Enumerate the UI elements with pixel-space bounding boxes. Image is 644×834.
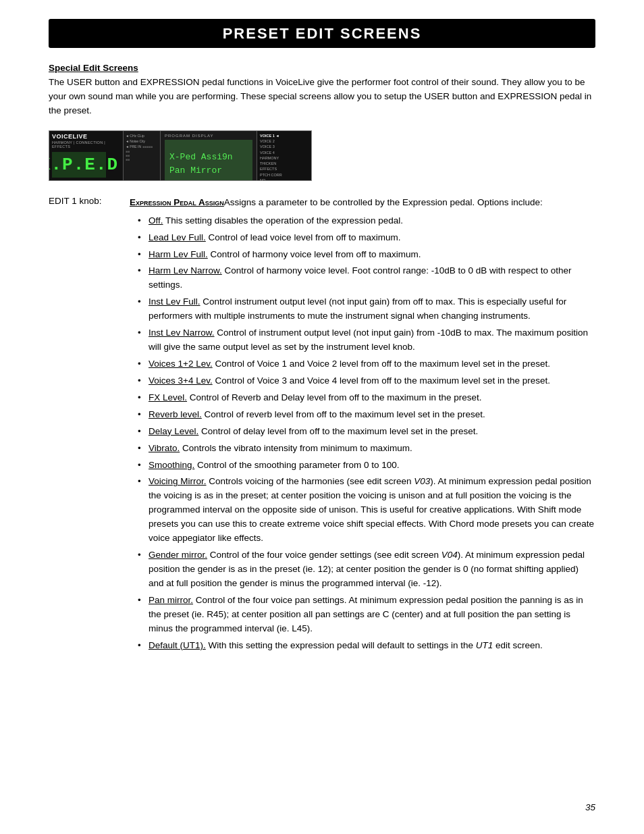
list-item: Voicing Mirror. Controls voicing of the … xyxy=(138,475,595,546)
intro-text: The USER button and EXPRESSION pedal fun… xyxy=(49,76,595,118)
list-item: Pan mirror. Control of the four voice pa… xyxy=(138,594,595,636)
list-item: Inst Lev Full. Control instrument output… xyxy=(138,295,595,323)
list-item: Vibrato. Controls the vibrato intensity … xyxy=(138,442,595,456)
prog-line2: Pan Mirror xyxy=(169,164,248,178)
list-item: Lead Lev Full. Control of lead voice lev… xyxy=(138,231,595,245)
bullet-term-5: Inst Lev Narrow. xyxy=(149,328,215,338)
list-item: Gender mirror. Control of the four voice… xyxy=(138,548,595,591)
bullet-term-2: Harm Lev Full. xyxy=(149,249,208,259)
bullet-term-8: FX Level. xyxy=(149,392,187,402)
device-right-panel: VOICE 1 ◄ VOICE 2 VOICE 3 VOICE 4 HARMON… xyxy=(257,131,311,181)
voice-3: VOICE 3 xyxy=(260,144,308,149)
voice-ptchcorr: PTCH CORR xyxy=(260,172,308,178)
voice-4: VOICE 4 xyxy=(260,150,308,155)
bullet-text-14: Control of the four voice gender setting… xyxy=(149,550,585,588)
bullet-term-10: Delay Level. xyxy=(149,426,198,436)
bullet-term-15: Pan mirror. xyxy=(149,595,193,605)
bullet-term-12: Smoothing. xyxy=(149,460,194,470)
bullet-term-16: Default (UT1). xyxy=(149,640,206,650)
list-item: Default (UT1). With this setting the exp… xyxy=(138,639,595,653)
xped-display: X.P.E.D xyxy=(52,152,106,178)
voice-list: VOICE 1 ◄ VOICE 2 VOICE 3 VOICE 4 HARMON… xyxy=(260,133,308,181)
voice-thicken: THICKEN xyxy=(260,161,308,166)
bullet-term-7: Voices 3+4 Lev. xyxy=(149,375,213,386)
list-item: FX Level. Control of Reverb and Delay le… xyxy=(138,391,595,405)
bullet-text-11: Controls the vibrato intensity from mini… xyxy=(180,443,412,453)
bullet-term-11: Vibrato. xyxy=(149,443,180,453)
list-item: Harm Lev Narrow. Control of harmony voic… xyxy=(138,264,595,292)
bullet-text-6: Control of Voice 1 and Voice 2 level fro… xyxy=(213,359,550,369)
bullet-term-9: Reverb level. xyxy=(149,409,202,419)
list-item: Harm Lev Full. Control of harmony voice … xyxy=(138,248,595,262)
voice-2: VOICE 2 xyxy=(260,138,308,144)
bullet-text-7: Control of Voice 3 and Voice 4 level fro… xyxy=(213,375,550,386)
voice-harmony: HARMONY xyxy=(260,155,308,161)
list-item: Voices 1+2 Lev. Control of Voice 1 and V… xyxy=(138,357,595,371)
edit1-term: Expression Pedal Assign xyxy=(130,197,224,207)
bullet-term-13: Voicing Mirror. xyxy=(149,476,207,486)
prog-line1: X-Ped Assi9n xyxy=(169,151,248,164)
list-item: Voices 3+4 Lev. Control of Voice 3 and V… xyxy=(138,374,595,388)
bullet-text-15: Control of the four voice pan settings. … xyxy=(149,595,583,633)
bullet-text-5: Control of instrument output level (not … xyxy=(149,328,588,352)
bullet-text-2: Control of harmony voice level from off … xyxy=(208,249,421,259)
bullet-text-0: This setting disables the operation of t… xyxy=(163,215,403,226)
prog-display-label: PROGRAM DISPLAY xyxy=(165,134,252,138)
list-item: Inst Lev Narrow. Control of instrument o… xyxy=(138,326,595,355)
voice-1: VOICE 1 ◄ xyxy=(260,133,308,138)
voicelive-logo: VOICELIVE xyxy=(52,133,88,140)
list-item: Delay Level. Control of delay level from… xyxy=(138,425,595,439)
voice-no: NO xyxy=(260,178,308,181)
section-heading: Special Edit Screens xyxy=(49,63,595,73)
list-item: Off. This setting disables the operation… xyxy=(138,214,595,228)
bullet-text-1: Control of lead voice level from off to … xyxy=(206,232,401,242)
edit1-knob-label: EDIT 1 knob: xyxy=(49,196,102,206)
list-item: Smoothing. Control of the smoothing para… xyxy=(138,459,595,473)
bullet-text-4: Control instrument output level (not inp… xyxy=(149,296,566,321)
bullet-text-13: Controls voicing of the harmonies (see e… xyxy=(149,476,594,543)
edit1-desc: Assigns a parameter to be controlled by … xyxy=(224,197,543,207)
bullet-text-12: Control of the smoothing parameter from … xyxy=(194,460,399,470)
list-item: Reverb level. Control of reverb level fr… xyxy=(138,408,595,422)
bullet-list: Off. This setting disables the operation… xyxy=(130,214,595,653)
bullet-text-16: With this setting the expression pedal w… xyxy=(206,640,543,650)
device-left-panel: VOICELIVE HARMONY | CONNECTION | EFFECTS… xyxy=(49,131,124,181)
edit1-row: EDIT 1 knob: Expression Pedal AssignAssi… xyxy=(49,196,595,656)
voicelive-sub: HARMONY | CONNECTION | EFFECTS xyxy=(52,140,120,149)
xped-text: X.P.E.D xyxy=(49,155,118,175)
page-number: 35 xyxy=(585,802,595,812)
device-middle-panel: PROGRAM DISPLAY X-Ped Assi9n Pan Mirror xyxy=(161,131,257,181)
page-title: PRESET EDIT SCREENS xyxy=(49,19,595,48)
bullet-term-6: Voices 1+2 Lev. xyxy=(149,359,213,369)
bullet-text-9: Control of reverb level from off to the … xyxy=(202,409,485,419)
edit1-label: EDIT 1 knob: xyxy=(49,196,130,206)
bullet-text-10: Control of delay level from off to the m… xyxy=(198,426,478,436)
bullet-term-1: Lead Lev Full. xyxy=(149,232,206,242)
prog-display-screen: X-Ped Assi9n Pan Mirror xyxy=(165,140,252,181)
page: PRESET EDIT SCREENS Special Edit Screens… xyxy=(0,0,644,834)
bullet-term-0: Off. xyxy=(149,215,163,226)
bullet-term-14: Gender mirror. xyxy=(149,550,207,560)
edit1-description: Expression Pedal AssignAssigns a paramet… xyxy=(130,196,595,656)
device-image: VOICELIVE HARMONY | CONNECTION | EFFECTS… xyxy=(49,130,312,181)
bullet-term-4: Inst Lev Full. xyxy=(149,296,200,307)
bullet-text-8: Control of Reverb and Delay level from o… xyxy=(187,392,481,402)
bullet-term-3: Harm Lev Narrow. xyxy=(149,265,222,276)
voice-effects: EFFECTS xyxy=(260,166,308,172)
